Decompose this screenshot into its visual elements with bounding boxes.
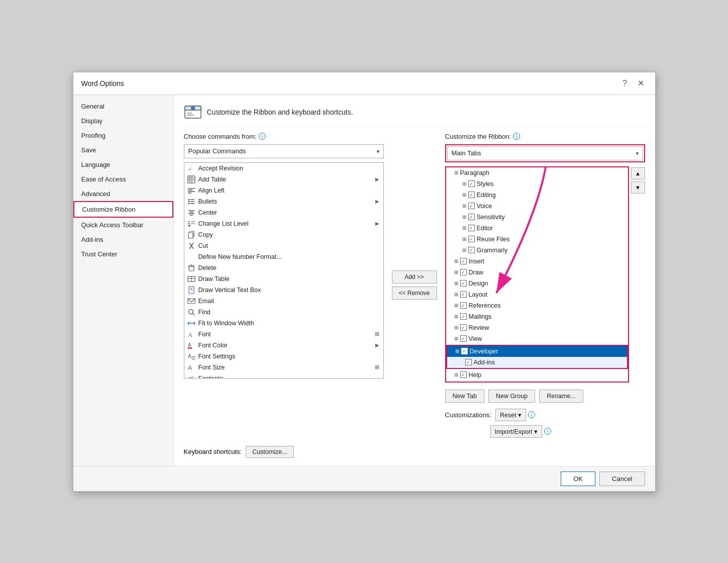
dialog-footer: OK Cancel — [73, 466, 655, 491]
list-item[interactable]: Email — [184, 296, 383, 307]
ribbon-item[interactable]: ⊞ ✓ Sensitivity — [446, 212, 628, 223]
accept-revision-icon: ✓ — [187, 164, 195, 172]
choose-commands-dropdown[interactable]: Popular Commands All Commands Commands N… — [184, 144, 384, 158]
right-column: Customize the Ribbon: i Main Tabs Tool T… — [445, 133, 645, 438]
left-dropdown-wrap: Popular Commands All Commands Commands N… — [184, 144, 384, 158]
ribbon-item[interactable]: ⊞ ✓ Insert — [446, 256, 628, 267]
list-item[interactable]: Cut — [184, 240, 383, 251]
svg-text:A: A — [188, 364, 192, 371]
expand-icon: ⊞ — [454, 258, 458, 264]
ribbon-dropdown[interactable]: Main Tabs Tool Tabs All Tabs — [447, 146, 643, 160]
draw-vertical-text-icon: A — [187, 286, 195, 294]
cancel-button[interactable]: Cancel — [599, 472, 645, 486]
list-item[interactable]: Delete — [184, 262, 383, 273]
expand-icon: ⊞ — [462, 192, 466, 198]
expand-icon: ⊞ — [462, 247, 466, 253]
ribbon-item-addins[interactable]: ✓ Add-ins — [447, 357, 627, 368]
list-item[interactable]: Center — [184, 207, 383, 218]
list-item[interactable]: Change List Level ▶ — [184, 218, 383, 229]
sidebar-item-proofing[interactable]: Proofing — [73, 128, 173, 143]
sidebar-item-general[interactable]: General — [73, 99, 173, 114]
close-button[interactable]: ✕ — [635, 77, 647, 89]
ribbon-item[interactable]: ⊞ ✓ References — [446, 300, 628, 311]
list-item[interactable]: Add Table ▶ — [184, 174, 383, 185]
ribbon-item[interactable]: ⊞ ✓ Review — [446, 322, 628, 333]
font-size-icon: A — [187, 363, 195, 371]
reset-info-icon[interactable]: i — [528, 411, 535, 418]
sidebar-item-ease[interactable]: Ease of Access — [73, 172, 173, 186]
ribbon-item[interactable]: ⊞ ✓ Styles — [446, 178, 628, 190]
ribbon-item[interactable]: ⊞ ✓ Grammarly — [446, 381, 628, 382]
checkbox-icon: ✓ — [461, 348, 468, 354]
import-export-button[interactable]: Import/Export ▾ — [490, 425, 543, 438]
customizations-row: Customizations: Reset ▾ i — [445, 409, 645, 421]
ribbon-item[interactable]: ⊞ ✓ Layout — [446, 289, 628, 300]
customize-ribbon-info-icon[interactable]: i — [513, 133, 520, 140]
sidebar-item-quick-access[interactable]: Quick Access Toolbar — [73, 218, 173, 232]
delete-icon — [187, 264, 195, 272]
sidebar-item-display[interactable]: Display — [73, 114, 173, 128]
help-button[interactable]: ? — [619, 77, 631, 89]
commands-list-scroll[interactable]: ✓ Accept Revision Add Table ▶ — [184, 163, 383, 378]
ribbon-item[interactable]: ⊞ ✓ View — [446, 333, 628, 344]
list-item[interactable]: Find — [184, 307, 383, 318]
remove-button[interactable]: << Remove — [392, 287, 437, 300]
ribbon-item[interactable]: ⊞ ✓ Editor — [446, 223, 628, 234]
ribbon-item[interactable]: ⊞ ✓ Mailings — [446, 311, 628, 322]
add-button[interactable]: Add >> — [392, 270, 437, 284]
list-item[interactable]: A Font Settings — [184, 351, 383, 362]
ribbon-item-developer[interactable]: ⊞ ✓ Developer — [447, 346, 627, 357]
ribbon-item[interactable]: ⊞ ✓ Reuse Files — [446, 234, 628, 245]
checkbox-icon: ✓ — [460, 269, 467, 275]
list-item[interactable]: A Font Size ⊞ — [184, 362, 383, 373]
list-item[interactable]: Draw Table — [184, 273, 383, 285]
ribbon-scroll-buttons: ▲ ▼ — [631, 166, 645, 383]
list-item[interactable]: ab1 Footnote — [184, 373, 383, 378]
sidebar-item-advanced[interactable]: Advanced — [73, 186, 173, 201]
scroll-up-button[interactable]: ▲ — [631, 167, 645, 179]
list-item[interactable]: Fit to Window Width — [184, 318, 383, 329]
expand-icon: ⊞ — [454, 314, 458, 319]
keyboard-customize-button[interactable]: Customize... — [246, 446, 293, 458]
main-header-title: Customize the Ribbon and keyboard shortc… — [207, 108, 353, 116]
sidebar-item-language[interactable]: Language — [73, 157, 173, 172]
list-item[interactable]: A Draw Vertical Text Box — [184, 285, 383, 296]
list-item[interactable]: Bullets ▶ — [184, 196, 383, 207]
cut-icon — [187, 242, 195, 250]
developer-label: Developer — [470, 348, 498, 355]
sidebar-item-addins[interactable]: Add-ins — [73, 232, 173, 247]
ok-button[interactable]: OK — [561, 472, 595, 486]
ribbon-item[interactable]: ⊞ ✓ Design — [446, 278, 628, 289]
align-left-icon — [187, 186, 195, 195]
footnote-icon: ab1 — [187, 374, 195, 378]
svg-text:A: A — [188, 342, 191, 348]
choose-commands-info-icon[interactable]: i — [259, 133, 266, 140]
ribbon-item[interactable]: ⊞ ✓ Help — [446, 369, 628, 381]
ribbon-item[interactable]: ⊞ ✓ Voice — [446, 201, 628, 212]
ribbon-item[interactable]: ⊞ ✓ Editing — [446, 190, 628, 201]
rename-button[interactable]: Rename... — [539, 390, 583, 403]
list-item[interactable]: ✓ Accept Revision — [184, 163, 383, 174]
ribbon-item[interactable]: ⊞ ✓ Grammarly — [446, 245, 628, 256]
list-item[interactable]: A Font Color ▶ — [184, 340, 383, 351]
sidebar-item-save[interactable]: Save — [73, 143, 173, 157]
new-group-button[interactable]: New Group — [488, 390, 535, 403]
list-item[interactable]: A Font ⊞ — [184, 329, 383, 340]
list-item[interactable]: Define New Number Format... — [184, 251, 383, 262]
checkbox-icon: ✓ — [468, 225, 475, 231]
sidebar-item-customize-ribbon[interactable]: Customize Ribbon — [73, 201, 173, 218]
list-item[interactable]: Align Left — [184, 185, 383, 196]
ribbon-item[interactable]: ⊞ Paragraph — [446, 167, 628, 178]
list-item[interactable]: Copy — [184, 229, 383, 240]
scroll-down-button[interactable]: ▼ — [631, 181, 645, 194]
keyboard-label: Keyboard shortcuts: — [184, 448, 242, 455]
submenu-arrow-icon: ▶ — [375, 199, 379, 204]
reset-button[interactable]: Reset ▾ — [495, 409, 526, 421]
expand-icon: ⊞ — [462, 203, 466, 209]
new-tab-button[interactable]: New Tab — [445, 390, 484, 403]
ribbon-tree-scroll[interactable]: ⊞ Paragraph ⊞ ✓ Styles ⊞ — [446, 167, 628, 382]
sidebar-item-trust-center[interactable]: Trust Center — [73, 247, 173, 261]
expand-icon: ⊞ — [454, 170, 458, 175]
ribbon-item[interactable]: ⊞ ✓ Draw — [446, 267, 628, 278]
import-export-info-icon[interactable]: i — [544, 428, 551, 435]
